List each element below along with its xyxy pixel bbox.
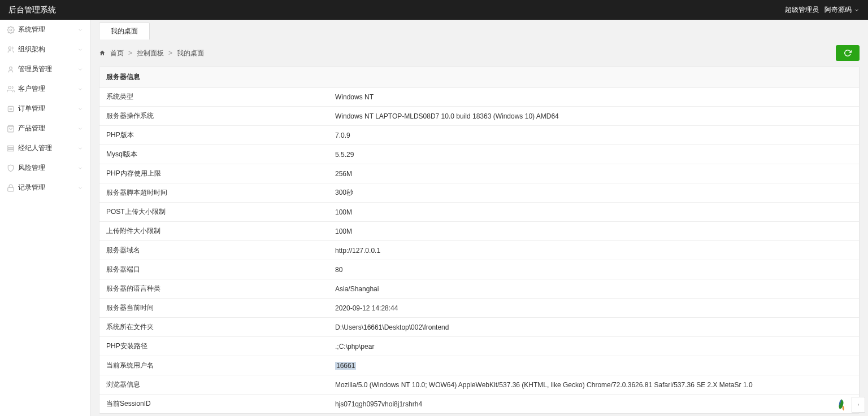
table-row: 服务器的语言种类Asia/Shanghai bbox=[99, 279, 859, 299]
menu-icon bbox=[7, 26, 15, 34]
info-value: 5.5.29 bbox=[328, 145, 859, 164]
tab-label: 我的桌面 bbox=[111, 27, 138, 35]
user-role: 超级管理员 bbox=[785, 5, 819, 15]
menu-icon bbox=[7, 125, 15, 133]
svg-point-3 bbox=[8, 86, 11, 89]
info-value: 100M bbox=[328, 222, 859, 241]
breadcrumb-mid[interactable]: 控制面板 bbox=[137, 49, 164, 58]
header-right: 超级管理员 阿奇源码 bbox=[785, 5, 860, 15]
sidebar-item[interactable]: 客户管理 bbox=[0, 79, 90, 99]
info-value: 80 bbox=[328, 260, 859, 279]
sidebar-item[interactable]: 风险管理 bbox=[0, 158, 90, 178]
tab-bar: 我的桌面 bbox=[90, 20, 868, 40]
table-row: 浏览器信息Mozilla/5.0 (Windows NT 10.0; WOW64… bbox=[99, 375, 859, 395]
chevron-down-icon bbox=[77, 165, 83, 171]
chevron-down-icon bbox=[77, 27, 83, 33]
svg-point-2 bbox=[10, 67, 12, 69]
menu-icon bbox=[7, 65, 15, 73]
table-row: 系统类型Windows NT bbox=[99, 87, 859, 107]
sidebar-item[interactable]: 记录管理 bbox=[0, 178, 90, 198]
sidebar-item-label: 记录管理 bbox=[18, 183, 45, 192]
table-row: 服务器端口80 bbox=[99, 260, 859, 279]
user-menu[interactable]: 阿奇源码 bbox=[824, 5, 860, 15]
info-key: 上传附件大小限制 bbox=[99, 222, 328, 241]
sidebar: 系统管理组织架构管理员管理客户管理订单管理产品管理经纪人管理风险管理记录管理 bbox=[0, 20, 90, 416]
info-key: 服务器的语言种类 bbox=[99, 279, 328, 299]
sidebar-item-label: 客户管理 bbox=[18, 84, 45, 94]
svg-rect-9 bbox=[8, 187, 14, 191]
svg-rect-8 bbox=[8, 150, 14, 151]
sidebar-item-label: 产品管理 bbox=[18, 124, 45, 133]
table-row: 当前系统用户名16661 bbox=[99, 356, 859, 375]
sidebar-item[interactable]: 管理员管理 bbox=[0, 59, 90, 79]
chevron-right-icon bbox=[856, 402, 861, 407]
svg-rect-6 bbox=[8, 146, 14, 147]
info-value: Windows NT bbox=[328, 87, 859, 107]
main-area: 我的桌面 首页 > 控制面板 > 我的桌面 服务器信息 系统类型Windows … bbox=[90, 20, 868, 416]
sidebar-item[interactable]: 组织架构 bbox=[0, 40, 90, 59]
info-key: 服务器域名 bbox=[99, 241, 328, 260]
menu-icon bbox=[7, 164, 15, 172]
info-key: 服务器脚本超时时间 bbox=[99, 183, 328, 203]
table-row: Mysql版本5.5.29 bbox=[99, 145, 859, 164]
svg-point-1 bbox=[8, 46, 11, 49]
info-key: 服务器操作系统 bbox=[99, 107, 328, 126]
info-value: Mozilla/5.0 (Windows NT 10.0; WOW64) App… bbox=[328, 375, 859, 395]
info-value: D:\Users\16661\Desktop\002\frontend bbox=[328, 318, 859, 337]
table-row: 服务器当前时间2020-09-12 14:28:44 bbox=[99, 299, 859, 318]
info-value: 7.0.9 bbox=[328, 126, 859, 145]
info-value: 300秒 bbox=[328, 183, 859, 203]
info-key: PHP内存使用上限 bbox=[99, 164, 328, 183]
info-key: 系统所在文件夹 bbox=[99, 318, 328, 337]
sidebar-item-label: 经纪人管理 bbox=[18, 143, 52, 153]
table-row: POST上传大小限制100M bbox=[99, 203, 859, 222]
sidebar-item-label: 组织架构 bbox=[18, 45, 45, 54]
info-value: 100M bbox=[328, 203, 859, 222]
sidebar-item-label: 风险管理 bbox=[18, 163, 45, 173]
chevron-down-icon bbox=[77, 106, 83, 112]
sidebar-item[interactable]: 订单管理 bbox=[0, 99, 90, 119]
breadcrumb-bar: 首页 > 控制面板 > 我的桌面 bbox=[90, 40, 868, 67]
sidebar-item-label: 订单管理 bbox=[18, 104, 45, 113]
info-key: 系统类型 bbox=[99, 87, 328, 107]
menu-icon bbox=[7, 105, 15, 113]
footer-expand-button[interactable] bbox=[852, 397, 865, 413]
table-row: 上传附件大小限制100M bbox=[99, 222, 859, 241]
menu-icon bbox=[7, 46, 15, 54]
table-row: 系统所在文件夹D:\Users\16661\Desktop\002\fronte… bbox=[99, 318, 859, 337]
info-value: 16661 bbox=[328, 356, 859, 375]
panel-title: 服务器信息 bbox=[99, 67, 859, 87]
sidebar-item-label: 管理员管理 bbox=[18, 64, 52, 74]
breadcrumb-home[interactable]: 首页 bbox=[110, 49, 124, 58]
sidebar-item[interactable]: 经纪人管理 bbox=[0, 138, 90, 158]
footer-badges bbox=[833, 396, 865, 413]
tab-desktop[interactable]: 我的桌面 bbox=[99, 23, 150, 40]
menu-icon bbox=[7, 184, 15, 192]
top-header: 后台管理系统 超级管理员 阿奇源码 bbox=[0, 0, 868, 20]
info-key: 浏览器信息 bbox=[99, 375, 328, 395]
breadcrumb-sep: > bbox=[168, 49, 172, 57]
info-key: Mysql版本 bbox=[99, 145, 328, 164]
chevron-down-icon bbox=[854, 7, 860, 13]
breadcrumb: 首页 > 控制面板 > 我的桌面 bbox=[99, 49, 204, 58]
table-row: 服务器操作系统Windows NT LAPTOP-MLDS08D7 10.0 b… bbox=[99, 107, 859, 126]
breadcrumb-last: 我的桌面 bbox=[177, 49, 204, 58]
sidebar-item[interactable]: 系统管理 bbox=[0, 20, 90, 40]
refresh-button[interactable] bbox=[836, 45, 860, 61]
info-key: 当前系统用户名 bbox=[99, 356, 328, 375]
chevron-down-icon bbox=[77, 146, 83, 151]
home-icon bbox=[99, 50, 106, 56]
info-key: 服务器端口 bbox=[99, 260, 328, 279]
info-value: 2020-09-12 14:28:44 bbox=[328, 299, 859, 318]
breadcrumb-sep: > bbox=[128, 49, 132, 57]
table-row: PHP版本7.0.9 bbox=[99, 126, 859, 145]
yii-logo-icon[interactable] bbox=[833, 396, 850, 413]
info-value: hjs071qgh0957vhoi8j1rshrh4 bbox=[328, 395, 859, 414]
chevron-down-icon bbox=[77, 67, 83, 72]
info-value: Windows NT LAPTOP-MLDS08D7 10.0 build 18… bbox=[328, 107, 859, 126]
sidebar-item[interactable]: 产品管理 bbox=[0, 119, 90, 138]
sidebar-item-label: 系统管理 bbox=[18, 25, 45, 34]
info-key: PHP安装路径 bbox=[99, 337, 328, 356]
svg-rect-4 bbox=[8, 106, 13, 111]
server-info-table: 系统类型Windows NT服务器操作系统Windows NT LAPTOP-M… bbox=[99, 87, 859, 413]
